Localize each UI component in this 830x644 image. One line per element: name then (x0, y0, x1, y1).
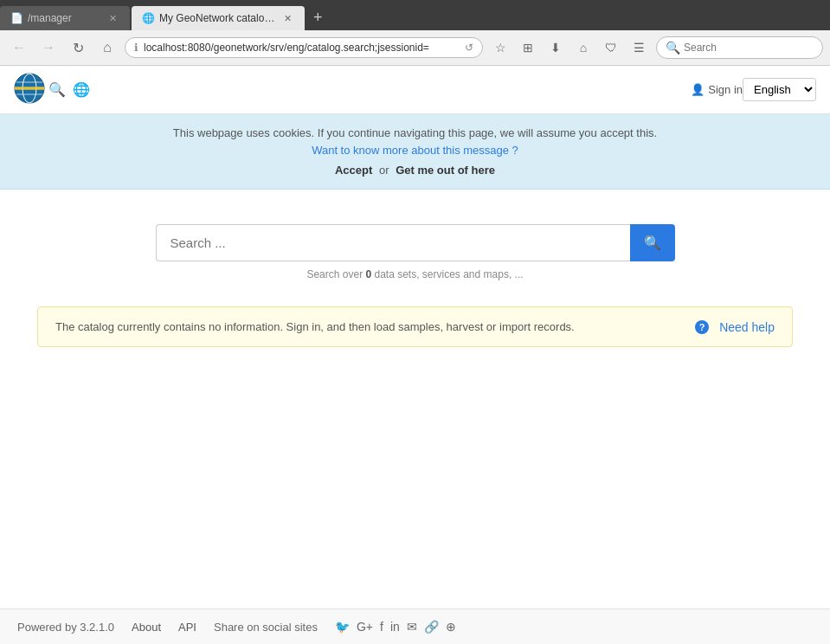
browser-search-icon: 🔍 (666, 41, 680, 55)
new-tab-button[interactable]: + (306, 5, 330, 30)
bookmark-star-button[interactable]: ☆ (488, 35, 512, 60)
search-hint-prefix: Search over (306, 268, 365, 280)
cookie-banner: This webpage uses cookies. If you contin… (0, 114, 830, 190)
tab-geonetwork-close[interactable]: ✕ (280, 11, 294, 25)
help-circle-icon: ? (695, 320, 709, 334)
language-selector[interactable]: English French Spanish (743, 78, 816, 101)
browser-search-box[interactable]: 🔍 (656, 36, 823, 59)
cookie-or-text: or (379, 164, 389, 177)
need-help-link[interactable]: Need help (719, 320, 775, 334)
address-lock-icon: ℹ (134, 42, 138, 54)
cookie-accept-button[interactable]: Accept (335, 164, 372, 177)
back-button[interactable]: ← (7, 35, 31, 60)
sign-in-icon: 👤 (691, 83, 705, 96)
search-hint-suffix: data sets, services and maps, ... (371, 268, 523, 280)
main-search-input[interactable] (156, 224, 630, 261)
sign-in-button[interactable]: 👤 Sign in (691, 83, 743, 96)
shield-button[interactable]: 🛡 (599, 35, 623, 60)
app-header: 🔍 🌐 👤 Sign in English French Spanish (0, 66, 830, 114)
address-refresh-icon: ↺ (465, 42, 473, 54)
browser-nav-bar: ← → ↻ ⌂ ℹ ↺ ☆ ⊞ ⬇ ⌂ 🛡 ☰ 🔍 (0, 30, 830, 66)
geonetwork-app: 🔍 🌐 👤 Sign in English French Spanish Thi… (0, 66, 830, 390)
info-notice: The catalog currently contains no inform… (37, 306, 793, 347)
search-box-wrapper: 🔍 (156, 224, 675, 261)
search-button-icon: 🔍 (644, 235, 661, 251)
menu-button[interactable]: ☰ (627, 35, 651, 60)
refresh-button[interactable]: ↻ (66, 35, 90, 60)
browser-tabs: 📄 /manager ✕ 🌐 My GeoNetwork catalogu...… (0, 0, 830, 30)
info-notice-message: The catalog currently contains no inform… (55, 320, 688, 333)
cookie-reject-button[interactable]: Get me out of here (396, 164, 495, 177)
svg-rect-5 (15, 87, 44, 90)
browser-search-input[interactable] (684, 42, 814, 54)
address-bar[interactable]: ℹ ↺ (125, 37, 483, 58)
tab-manager-title: /manager (28, 12, 102, 24)
tab-geonetwork[interactable]: 🌐 My GeoNetwork catalogu... ✕ (132, 6, 305, 30)
bookmark-list-button[interactable]: ⊞ (516, 35, 540, 60)
sign-in-label: Sign in (708, 83, 743, 96)
tab-manager-close[interactable]: ✕ (106, 11, 119, 25)
address-input[interactable] (144, 42, 460, 54)
home-nav-button[interactable]: ⌂ (571, 35, 595, 60)
browser-chrome: 📄 /manager ✕ 🌐 My GeoNetwork catalogu...… (0, 0, 830, 66)
download-button[interactable]: ⬇ (544, 35, 568, 60)
tab-manager[interactable]: 📄 /manager ✕ (0, 6, 130, 30)
main-search-button[interactable]: 🔍 (630, 224, 675, 261)
cookie-actions: Accept or Get me out of here (17, 164, 813, 177)
search-hint: Search over 0 data sets, services and ma… (306, 268, 523, 280)
help-icon: ? (695, 319, 712, 334)
tab-geonetwork-favicon: 🌐 (142, 12, 154, 24)
tab-manager-favicon: 📄 (10, 12, 23, 24)
app-logo (14, 73, 45, 106)
tab-geonetwork-title: My GeoNetwork catalogu... (159, 12, 277, 24)
header-search-icon-button[interactable]: 🔍 (45, 78, 69, 101)
forward-button[interactable]: → (36, 35, 61, 60)
home-button[interactable]: ⌂ (95, 35, 119, 60)
cookie-message: This webpage uses cookies. If you contin… (17, 126, 813, 139)
browser-action-icons: ☆ ⊞ ⬇ ⌂ 🛡 ☰ (488, 35, 651, 60)
cookie-learn-more-link[interactable]: Want to know more about this message ? (312, 144, 518, 157)
main-content: 🔍 Search over 0 data sets, services and … (0, 190, 830, 390)
header-globe-icon-button[interactable]: 🌐 (69, 78, 93, 101)
